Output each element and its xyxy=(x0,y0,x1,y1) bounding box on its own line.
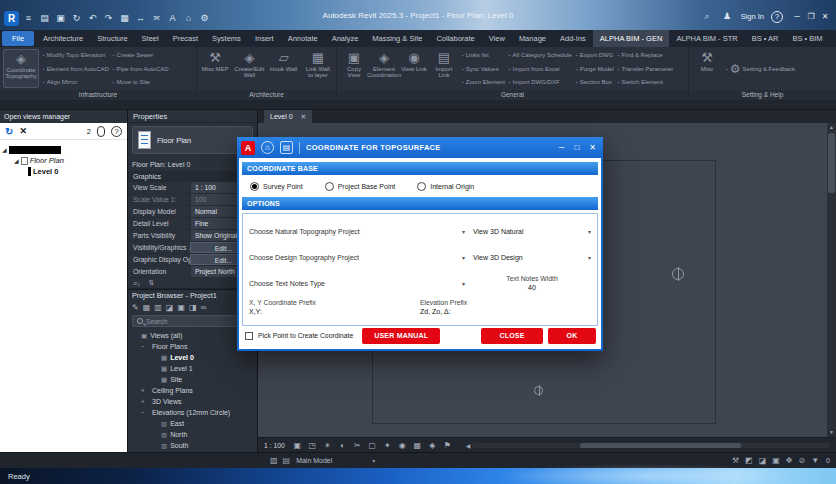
ribbon-small-button[interactable]: Transfer Parameter xyxy=(618,66,674,72)
chevron-down-icon[interactable]: ▾ xyxy=(462,254,465,261)
ribbon-tab[interactable]: Manage xyxy=(512,30,553,47)
radio-option[interactable]: Survey Point xyxy=(250,182,303,191)
filter-icon[interactable]: ▼ xyxy=(811,456,819,465)
view-tab-level0[interactable]: Level 0 ✕ xyxy=(264,110,312,123)
radio-option[interactable]: Project Base Point xyxy=(325,182,396,191)
ribbon-small-button[interactable]: Align Mirror xyxy=(43,79,109,85)
panel-label[interactable]: Architecture xyxy=(197,90,336,100)
create-edit-wall-button[interactable]: ◈ Create/Edit Wall xyxy=(234,49,264,88)
pb-sheet-icon[interactable]: ▥ xyxy=(154,303,162,312)
tree-item[interactable]: ▥ South xyxy=(128,440,257,451)
tree-row-project[interactable]: ◢ xyxy=(2,144,125,155)
reveal-hidden-elements-icon[interactable]: ◉ xyxy=(397,441,408,450)
ribbon-tab[interactable]: Steel xyxy=(135,30,166,47)
expand-icon[interactable]: ◢ xyxy=(14,157,19,164)
expand-icon[interactable]: ◢ xyxy=(2,146,7,153)
close-button[interactable]: ✕ xyxy=(818,12,832,21)
tree-row-level0[interactable]: Level 0 xyxy=(2,166,125,177)
ribbon-small-button[interactable]: Modify Topo Elevation xyxy=(43,52,109,58)
ribbon-small-button[interactable]: Pipe from AutoCAD xyxy=(113,66,169,72)
user-manual-button[interactable]: USER MANUAL xyxy=(362,328,440,344)
ribbon-small-button[interactable]: Purge Model xyxy=(576,66,614,72)
panel-label[interactable]: Infrastructure xyxy=(0,90,196,100)
document-icon[interactable]: ▤ xyxy=(280,141,293,154)
help-icon[interactable]: ? xyxy=(111,126,122,137)
ribbon-tab[interactable]: Add-Ins xyxy=(553,30,593,47)
vertical-scrollbar[interactable]: ▲ ▼ xyxy=(827,123,836,437)
pb-schedule-icon[interactable]: ▦ xyxy=(143,303,151,312)
dialog-title-bar[interactable]: A ⌂ ▤ COORDINATE FOR TOPOSURFACE ─□✕ xyxy=(237,137,603,158)
panel-label[interactable]: General xyxy=(337,90,688,100)
ribbon-tab[interactable]: ALPHA BIM - GEN xyxy=(593,30,670,47)
ribbon-small-button[interactable]: Move to Site xyxy=(113,79,169,85)
ribbon-small-button[interactable]: Switch Element xyxy=(618,79,674,85)
search-icon[interactable]: ⌕ xyxy=(701,10,714,23)
ribbon-tab[interactable]: BS • BIM xyxy=(785,30,829,47)
ribbon-tab[interactable]: Architecture xyxy=(36,30,90,47)
scroll-left-icon[interactable]: ◀ xyxy=(466,442,471,449)
temporary-hide-isolate-icon[interactable]: ✦ xyxy=(382,441,393,450)
element-coordination-button[interactable]: ◈ Element Coordination xyxy=(370,49,398,88)
restore-button[interactable]: ❐ xyxy=(804,12,818,21)
text-notes-width-field[interactable]: Text Notes Width 40 xyxy=(473,274,591,292)
natural-topo-select[interactable]: View 3D Natural ▾ xyxy=(473,228,591,235)
copy-view-button[interactable]: ▣ Copy View xyxy=(340,49,368,88)
ribbon-small-button[interactable]: Import from Excel xyxy=(509,66,572,72)
ok-button[interactable]: OK xyxy=(548,328,596,344)
ribbon-tab[interactable]: Precast xyxy=(166,30,205,47)
tree-item[interactable]: ▦ Level 0 xyxy=(128,352,257,363)
tree-row-floor-plan[interactable]: ◢ Floor Plan xyxy=(2,155,125,166)
design-options-icon[interactable]: ▤ xyxy=(283,456,291,465)
coordinate-topography-button[interactable]: ◈ Coordinate Topography xyxy=(3,49,39,88)
ribbon-small-button[interactable]: Export DWG xyxy=(576,52,614,58)
user-icon[interactable]: ♟ xyxy=(721,10,734,23)
worksets-icon[interactable]: ▧ xyxy=(270,456,278,465)
setting-feedback-button[interactable]: ⚙ Setting & Feedback xyxy=(726,62,795,76)
ribbon-tab[interactable]: Systems xyxy=(205,30,248,47)
ribbon-tab[interactable]: Annotate xyxy=(281,30,325,47)
ribbon-small-button[interactable]: Find & Replace xyxy=(618,52,674,58)
elevation-marker[interactable] xyxy=(534,386,543,395)
ribbon-tab[interactable]: Insert xyxy=(248,30,281,47)
sort-icon[interactable]: ≡↓ xyxy=(133,280,141,287)
pb-group-icon[interactable]: ▣ xyxy=(177,303,185,312)
ribbon-small-button[interactable]: Links list xyxy=(462,52,505,58)
elevation-marker[interactable] xyxy=(672,268,684,280)
tree-item[interactable]: ▦ Level 1 xyxy=(128,363,257,374)
ribbon-tab[interactable]: Massing & Site xyxy=(365,30,429,47)
scrollbar-thumb[interactable] xyxy=(580,443,741,448)
close-tab-icon[interactable]: ✕ xyxy=(301,113,307,121)
tree-item[interactable]: ▥ North xyxy=(128,429,257,440)
dialog-maximize-button[interactable]: □ xyxy=(574,143,579,152)
close-view-icon[interactable]: ✕ xyxy=(19,126,27,136)
ribbon-small-button[interactable]: All Category Schedule xyxy=(509,52,572,58)
misc-mep-button[interactable]: ⚒ Misc MEP xyxy=(200,49,230,88)
scroll-up-icon[interactable]: ▲ xyxy=(827,123,836,132)
refresh-icon[interactable]: ↻ xyxy=(5,126,13,137)
ribbon-small-button[interactable]: Create Sewer xyxy=(113,52,169,58)
expand-icon[interactable]: + xyxy=(140,387,146,394)
expand-icon[interactable]: − xyxy=(140,409,146,416)
pb-edit-icon[interactable]: ✎ xyxy=(132,303,139,312)
horizontal-scrollbar[interactable]: ◀ xyxy=(466,442,830,449)
visual-style-icon[interactable]: ◳ xyxy=(307,441,318,450)
expand-icon[interactable]: − xyxy=(140,343,146,350)
ribbon-small-button[interactable]: Zoom Element xyxy=(462,79,505,85)
dialog-close-button[interactable]: ✕ xyxy=(589,143,596,152)
ribbon-tab[interactable]: BS • General xyxy=(830,30,836,47)
ribbon-tab[interactable]: File xyxy=(2,31,34,46)
chevron-down-icon[interactable]: ▾ xyxy=(462,228,465,235)
scrollbar-thumb[interactable] xyxy=(828,133,835,193)
temporary-view-properties-icon[interactable]: ▦ xyxy=(412,441,423,450)
pick-point-checkbox[interactable] xyxy=(245,332,253,340)
minimize-button[interactable]: ─ xyxy=(790,12,804,21)
import-link-button[interactable]: ▤ Import Link xyxy=(430,49,458,88)
ribbon-small-button[interactable]: Element from AutoCAD xyxy=(43,66,109,72)
expand-icon[interactable]: + xyxy=(140,398,146,405)
radio-option[interactable]: Internal Origin xyxy=(417,182,474,191)
sign-in-button[interactable]: Sign In xyxy=(741,12,764,21)
elevation-prefix-field[interactable]: Elevation Prefix Zd, Zo, Δ: xyxy=(420,298,591,316)
panel-label[interactable]: Setting & Help xyxy=(689,90,836,100)
hook-wall-button[interactable]: ▱ Hook Wall xyxy=(269,49,299,88)
sun-path-icon[interactable]: ☀ xyxy=(322,441,333,450)
